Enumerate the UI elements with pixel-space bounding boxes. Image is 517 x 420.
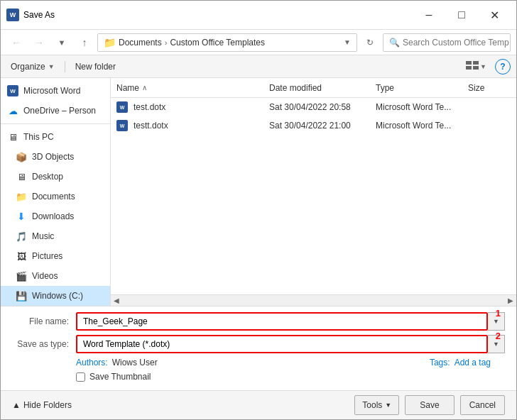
sidebar-item-desktop[interactable]: 🖥 Desktop xyxy=(1,167,110,187)
documents-icon: 📁 xyxy=(15,190,28,203)
sidebar-item-music[interactable]: 🎵 Music xyxy=(1,226,110,246)
breadcrumb-dropdown-icon[interactable]: ▼ xyxy=(344,38,351,46)
sidebar-item-pictures[interactable]: 🖼 Pictures xyxy=(1,246,110,266)
sidebar-item-windows-c[interactable]: 💾 Windows (C:) xyxy=(1,286,110,306)
cancel-button[interactable]: Cancel xyxy=(460,395,505,415)
navigation-bar: ← → ▼ ↑ 📁 Documents › Custom Office Temp… xyxy=(1,30,516,55)
column-type: Type xyxy=(376,83,468,93)
windows-c-icon: 💾 xyxy=(15,289,28,302)
sidebar-item-onedrive[interactable]: ☁ OneDrive – Person xyxy=(1,101,110,121)
savetype-input[interactable] xyxy=(76,335,488,353)
tools-button[interactable]: Tools ▼ xyxy=(354,395,399,415)
authors-value: Wiows User xyxy=(112,358,158,368)
pictures-icon: 🖼 xyxy=(15,250,28,262)
sidebar-label-3d-objects: 3D Objects xyxy=(32,152,74,162)
up-button[interactable]: ↑ xyxy=(75,33,94,52)
toolbar: Organize ▼ New folder ▼ ? xyxy=(1,55,516,78)
file-type-1: Microsoft Word Te... xyxy=(376,102,468,112)
breadcrumb-templates: Custom Office Templates xyxy=(170,38,265,48)
file-modified-2: Sat 30/04/2022 21:00 xyxy=(269,121,376,131)
sidebar-item-this-pc[interactable]: 🖥 This PC xyxy=(1,127,110,147)
view-dropdown-icon: ▼ xyxy=(480,63,486,70)
maximize-button[interactable]: □ xyxy=(445,5,478,25)
refresh-button[interactable]: ↻ xyxy=(360,33,380,52)
thumbnail-label: Save Thumbnail xyxy=(89,372,151,382)
breadcrumb-documents: Documents xyxy=(119,38,162,48)
this-pc-icon: 🖥 xyxy=(6,131,19,143)
filename-label: File name: xyxy=(12,316,76,326)
organize-button[interactable]: Organize ▼ xyxy=(6,60,59,73)
svg-rect-2 xyxy=(466,66,472,70)
badge-1: 1 xyxy=(496,308,501,319)
sidebar-item-videos[interactable]: 🎬 Videos xyxy=(1,266,110,286)
search-input[interactable] xyxy=(403,38,509,48)
sidebar-label-microsoft-word: Microsoft Word xyxy=(23,86,80,96)
down-button[interactable]: ▼ xyxy=(52,33,72,52)
onedrive-icon: ☁ xyxy=(6,104,19,117)
bottom-panel: File name: 1 ▼ Save as type: 2 ▼ xyxy=(1,306,516,390)
savetype-input-wrapper: 2 ▼ xyxy=(76,335,505,353)
authors-group: Authors: Wiows User xyxy=(12,358,158,368)
sidebar: W Microsoft Word ☁ OneDrive – Person 🖥 T… xyxy=(1,78,111,306)
forward-button[interactable]: → xyxy=(29,33,49,52)
breadcrumb-folder-icon: 📁 xyxy=(104,37,116,48)
sidebar-label-documents: Documents xyxy=(32,192,75,201)
action-right: Tools ▼ Save Cancel xyxy=(354,395,505,415)
search-box[interactable]: 🔍 xyxy=(383,33,511,52)
column-name: Name ∧ xyxy=(116,83,269,93)
sidebar-item-3d-objects[interactable]: 📦 3D Objects xyxy=(1,147,110,167)
tags-add-link[interactable]: Add a tag xyxy=(455,358,491,368)
cancel-label: Cancel xyxy=(469,400,496,410)
view-button[interactable]: ▼ xyxy=(463,60,489,74)
scroll-right-button[interactable]: ▶ xyxy=(505,295,516,306)
sidebar-item-documents[interactable]: 📁 Documents xyxy=(1,187,110,206)
title-bar: W Save As – □ ✕ xyxy=(1,1,516,30)
thumbnail-row: Save Thumbnail xyxy=(12,372,505,382)
sidebar-label-this-pc: This PC xyxy=(23,132,54,142)
sidebar-label-pictures: Pictures xyxy=(32,251,62,261)
scroll-track[interactable] xyxy=(122,297,505,304)
scroll-left-button[interactable]: ◀ xyxy=(111,295,122,306)
authors-label: Authors: xyxy=(76,358,108,368)
minimize-button[interactable]: – xyxy=(413,5,445,25)
thumbnail-checkbox[interactable] xyxy=(76,372,85,382)
tools-dropdown-icon: ▼ xyxy=(385,402,391,409)
save-label: Save xyxy=(420,400,439,410)
breadcrumb[interactable]: 📁 Documents › Custom Office Templates ▼ xyxy=(97,33,357,52)
hide-folders-button[interactable]: ▲ Hide Folders xyxy=(12,400,72,410)
table-row[interactable]: W testt.dotx Sat 30/04/2022 21:00 Micros… xyxy=(111,116,516,135)
tags-label: Tags: xyxy=(430,358,450,368)
file-list-header[interactable]: Name ∧ Date modified Type Size xyxy=(111,78,516,98)
organize-chevron-icon: ▼ xyxy=(48,63,55,70)
new-folder-label: New folder xyxy=(75,62,116,72)
close-button[interactable]: ✕ xyxy=(478,5,511,25)
new-folder-button[interactable]: New folder xyxy=(71,60,120,73)
column-size: Size xyxy=(468,83,511,93)
window-title: Save As xyxy=(23,10,55,20)
sidebar-item-downloads[interactable]: ⬇ Downloads xyxy=(1,206,110,226)
search-icon: 🔍 xyxy=(389,38,400,48)
hide-folders-arrow-icon: ▲ xyxy=(12,400,21,410)
file-name-2: testt.dotx xyxy=(131,121,269,131)
filename-input[interactable] xyxy=(76,312,488,331)
horizontal-scrollbar[interactable]: ◀ ▶ xyxy=(111,294,516,306)
sidebar-item-microsoft-word[interactable]: W Microsoft Word xyxy=(1,81,110,101)
file-modified-1: Sat 30/04/2022 20:58 xyxy=(269,102,376,112)
file-name-1: test.dotx xyxy=(131,102,269,112)
main-content: W Microsoft Word ☁ OneDrive – Person 🖥 T… xyxy=(1,78,516,306)
app-icon: W xyxy=(6,9,19,21)
filename-input-wrapper: 1 ▼ xyxy=(76,312,505,331)
table-row[interactable]: W test.dotx Sat 30/04/2022 20:58 Microso… xyxy=(111,98,516,116)
view-icon xyxy=(466,61,480,72)
svg-rect-3 xyxy=(473,66,479,70)
back-button[interactable]: ← xyxy=(6,33,26,52)
help-button[interactable]: ? xyxy=(495,59,511,74)
save-as-dialog: W Save As – □ ✕ ← → ▼ ↑ 📁 Documents › Cu… xyxy=(0,0,517,420)
save-button[interactable]: Save xyxy=(405,395,454,415)
thumbnail-checkbox-wrapper[interactable]: Save Thumbnail xyxy=(76,372,151,382)
savetype-row: Save as type: 2 ▼ xyxy=(12,335,505,353)
savetype-label: Save as type: xyxy=(12,339,76,349)
tags-group: Tags: Add a tag xyxy=(430,358,491,368)
meta-row: Authors: Wiows User Tags: Add a tag xyxy=(12,358,505,368)
badge-2: 2 xyxy=(496,331,501,341)
